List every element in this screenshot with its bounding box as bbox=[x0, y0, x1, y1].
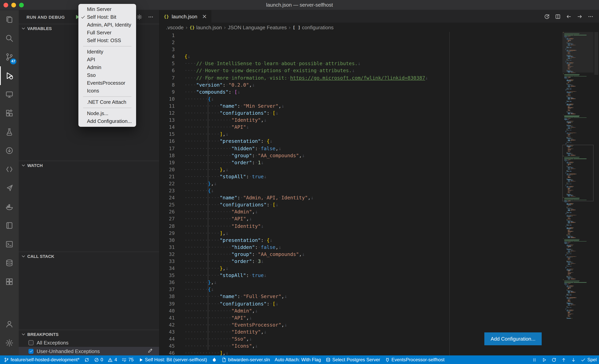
status-pause[interactable] bbox=[529, 355, 539, 364]
activity-explorer-icon[interactable] bbox=[0, 10, 19, 29]
status-hot-reload[interactable] bbox=[209, 355, 219, 364]
line-number: 18 bbox=[159, 152, 175, 159]
activity-notebooks-icon[interactable] bbox=[0, 216, 19, 235]
navigate-forward-icon[interactable] bbox=[577, 13, 583, 19]
status-spell-checker[interactable]: Spel bbox=[578, 355, 599, 364]
debug-more-actions-icon[interactable] bbox=[148, 14, 154, 20]
edit-pencil-icon[interactable] bbox=[147, 348, 153, 354]
status-postgres-server-label: Select Postgres Server bbox=[332, 357, 380, 363]
activity-live-share-icon[interactable] bbox=[0, 179, 19, 197]
menu-item-identity[interactable]: Identity bbox=[78, 48, 136, 56]
menu-item-label: Node.js... bbox=[87, 110, 108, 116]
status-todo-count[interactable]: 75 bbox=[119, 355, 136, 364]
menu-item-add-configuration[interactable]: Add Configuration... bbox=[78, 117, 136, 125]
breakpoints-list: All ExceptionsUser-Unhandled Exceptions bbox=[19, 338, 159, 355]
section-watch[interactable]: WATCH bbox=[19, 161, 159, 169]
breadcrumb-item-launch-json[interactable]: {}launch.json bbox=[190, 24, 222, 30]
code-content[interactable]: {↓····//·Use·IntelliSense·to·learn·about… bbox=[185, 32, 599, 355]
menu-item-node-js[interactable]: Node.js... bbox=[78, 110, 136, 117]
minimap[interactable] bbox=[562, 32, 594, 355]
scrollbar-thumb[interactable] bbox=[594, 32, 598, 75]
breadcrumb-item-json-language-features[interactable]: JSON Language Features bbox=[228, 24, 287, 30]
code-line: ················"API",↓ bbox=[185, 314, 599, 321]
activity-accounts-icon[interactable] bbox=[0, 315, 19, 334]
zoom-window-button[interactable] bbox=[19, 3, 24, 7]
add-configuration-button[interactable]: Add Configuration... bbox=[484, 332, 542, 345]
status-refresh[interactable] bbox=[549, 355, 559, 364]
status-arrow-up[interactable] bbox=[559, 355, 569, 364]
array-symbol-icon: [ ] bbox=[293, 25, 300, 30]
activity-docker-icon[interactable] bbox=[0, 197, 19, 216]
breakpoint-checkbox[interactable] bbox=[28, 340, 34, 345]
status-events-processor[interactable]: EventsProcessor-selfhost bbox=[382, 355, 447, 364]
debug-settings-gear-icon[interactable] bbox=[136, 14, 142, 20]
activity-manage-icon[interactable] bbox=[0, 334, 19, 352]
line-number: 17 bbox=[159, 145, 175, 152]
activity-object-explorer-icon[interactable] bbox=[0, 160, 19, 179]
menu-item-full-server[interactable]: Full Server bbox=[78, 29, 136, 37]
status-git-branch[interactable]: feature/self-hosted-development* bbox=[1, 355, 82, 364]
split-editor-icon[interactable] bbox=[555, 13, 561, 19]
menu-item-eventsprocessor[interactable]: EventsProcessor bbox=[78, 79, 136, 87]
menu-item-icons[interactable]: Icons bbox=[78, 87, 136, 95]
breadcrumb-item--vscode[interactable]: .vscode bbox=[166, 24, 184, 30]
menu-item-admin-api-identity[interactable]: Admin, API, Identity bbox=[78, 21, 136, 29]
sidebar-title: RUN AND DEBUG bbox=[26, 15, 65, 19]
code-line: ············"stopAll":·true↓ bbox=[185, 173, 599, 180]
close-tab-icon[interactable]: × bbox=[202, 13, 207, 20]
status-postgres-server[interactable]: Select Postgres Server bbox=[323, 355, 382, 364]
status-sync[interactable] bbox=[82, 355, 92, 364]
activity-source-control-icon[interactable]: 47 bbox=[0, 48, 19, 66]
status-problems-warnings[interactable]: 4 bbox=[106, 355, 119, 364]
activity-postgresql-icon[interactable] bbox=[0, 254, 19, 272]
tab-bar: {} launch.json × bbox=[159, 10, 599, 23]
status-play[interactable] bbox=[539, 355, 549, 364]
activity-terminal-tools-icon[interactable] bbox=[0, 235, 19, 254]
status-arrow-down[interactable] bbox=[569, 355, 578, 364]
more-actions-icon[interactable] bbox=[588, 13, 594, 19]
menu-item-net-core-attach[interactable]: .NET Core Attach bbox=[78, 98, 136, 106]
chevron-down-icon bbox=[21, 162, 26, 168]
activity-search-icon[interactable] bbox=[0, 29, 19, 48]
menu-item-admin[interactable]: Admin bbox=[78, 64, 136, 71]
timeline-icon[interactable] bbox=[544, 13, 550, 19]
status-spell-checker-label: Spel bbox=[587, 357, 597, 363]
problems-errors-icon bbox=[94, 357, 99, 362]
editor-scrollbar[interactable] bbox=[594, 32, 599, 355]
line-number: 7 bbox=[159, 74, 175, 81]
menu-item-label: Icons bbox=[87, 88, 99, 94]
navigate-back-icon[interactable] bbox=[566, 13, 572, 19]
menu-item-api[interactable]: API bbox=[78, 56, 136, 64]
breakpoint-checkbox[interactable] bbox=[28, 349, 34, 354]
close-window-button[interactable] bbox=[3, 3, 8, 7]
status-auto-attach[interactable]: Auto Attach: With Flag bbox=[273, 355, 323, 364]
status-solution[interactable]: bitwarden-server.sln bbox=[219, 355, 273, 364]
pause-icon bbox=[532, 357, 537, 362]
section-call-stack-label: CALL STACK bbox=[27, 254, 54, 258]
activity-extensions-icon[interactable] bbox=[0, 104, 19, 123]
activity-remote-explorer-icon[interactable] bbox=[0, 85, 19, 104]
activity-testing-icon[interactable] bbox=[0, 123, 19, 141]
activity-nuget-icon[interactable] bbox=[0, 141, 19, 160]
section-breakpoints[interactable]: BREAKPOINTS bbox=[19, 330, 159, 338]
breakpoint-row[interactable]: User-Unhandled Exceptions bbox=[19, 347, 159, 355]
status-problems-errors[interactable]: 0 bbox=[92, 355, 106, 364]
activity-window-layout-icon[interactable] bbox=[0, 272, 19, 291]
status-debug-configuration[interactable]: Self Host: Bit (server-selfhost) bbox=[136, 355, 209, 364]
indent-guide bbox=[208, 74, 208, 350]
menu-item-sso[interactable]: Sso bbox=[78, 71, 136, 79]
section-call-stack[interactable]: CALL STACK bbox=[19, 252, 159, 260]
tab-launch-json[interactable]: {} launch.json × bbox=[159, 10, 211, 23]
line-number: 21 bbox=[159, 173, 175, 180]
breadcrumb-item-configurations[interactable]: [ ]configurations bbox=[293, 24, 334, 30]
code-line: ············"configurations":·[↓ bbox=[185, 202, 599, 209]
menu-item-self-host-oss[interactable]: Self Host: OSS bbox=[78, 37, 136, 44]
activity-run-and-debug-icon[interactable] bbox=[0, 66, 19, 85]
minimize-window-button[interactable] bbox=[11, 3, 16, 7]
menu-item-self-host-bit[interactable]: Self Host: Bit bbox=[78, 13, 136, 21]
code-line: ····//·For·more·information,·visit:·http… bbox=[185, 74, 599, 81]
menu-item-min-server[interactable]: Min Server bbox=[78, 5, 136, 13]
postgres-server-icon bbox=[326, 357, 331, 362]
line-number: 9 bbox=[159, 89, 175, 96]
breakpoint-row[interactable]: All Exceptions bbox=[19, 338, 159, 347]
